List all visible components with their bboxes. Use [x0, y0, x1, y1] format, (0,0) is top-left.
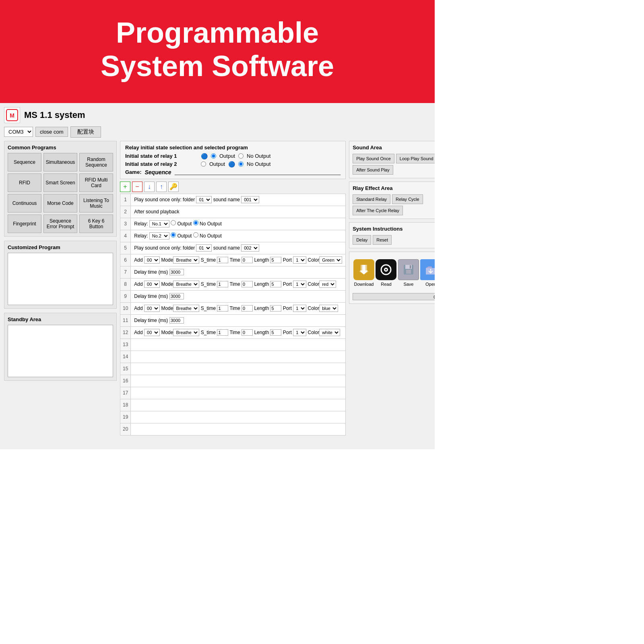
- relay-num-select-4[interactable]: No.2: [149, 232, 169, 239]
- mode-select-12[interactable]: Breathe: [173, 329, 199, 336]
- right-panel: Sound Area Play Sound Once Loop Play Sou…: [349, 141, 435, 436]
- btn-listening-to-music[interactable]: Listening To Music: [79, 194, 113, 213]
- length-input-8[interactable]: [270, 281, 281, 287]
- port-select-10[interactable]: 1: [293, 305, 306, 312]
- relay2-no-output-radio[interactable]: [238, 161, 244, 167]
- app-container: M MS 1.1 system COM3 close com 配置块 Commo…: [0, 103, 435, 449]
- relay1-output-radio[interactable]: [211, 153, 216, 159]
- time-input-6[interactable]: [242, 257, 253, 263]
- relay2-output-radio[interactable]: [201, 161, 206, 167]
- customized-program-title: Customized Program: [8, 244, 113, 250]
- move-up-button[interactable]: ↑: [156, 182, 167, 192]
- table-row: 20: [120, 423, 346, 435]
- relay-num-select-3[interactable]: No.1: [149, 220, 169, 227]
- btn-sequence[interactable]: Sequence: [8, 153, 41, 171]
- port-select-12[interactable]: 1: [293, 329, 306, 336]
- color-select-6[interactable]: Green: [319, 256, 342, 264]
- relay1-no-output-radio[interactable]: [238, 153, 244, 159]
- add-select-10[interactable]: 00: [144, 305, 160, 312]
- length-input-10[interactable]: [270, 305, 281, 312]
- row-content: [131, 351, 346, 363]
- app-header: M MS 1.1 system: [4, 107, 431, 123]
- save-action[interactable]: Save: [398, 259, 419, 287]
- btn-random-sequence[interactable]: Random Sequence: [79, 153, 113, 171]
- close-com-button[interactable]: close com: [35, 127, 68, 137]
- key-button[interactable]: 🔑: [168, 182, 179, 192]
- btn-smart-screen[interactable]: Smart Screen: [43, 173, 77, 192]
- time-input-12[interactable]: [242, 329, 253, 336]
- stime-input-8[interactable]: [217, 281, 228, 287]
- delay-input-9[interactable]: [169, 293, 184, 299]
- relay4-output-radio[interactable]: [171, 232, 176, 237]
- svg-text:M: M: [10, 112, 14, 119]
- port-select-8[interactable]: 1: [293, 281, 306, 288]
- btn-fingerprint[interactable]: Fingerprint: [8, 215, 41, 233]
- delay-input-11[interactable]: [169, 317, 184, 324]
- open-icon: [420, 259, 435, 280]
- btn-morse-code[interactable]: Morse Code: [43, 194, 77, 213]
- common-programs-title: Common Programs: [8, 144, 113, 151]
- time-input-8[interactable]: [242, 281, 253, 287]
- port-select-6[interactable]: 1: [293, 256, 306, 264]
- length-input-6[interactable]: [270, 257, 281, 263]
- relay3-output-radio[interactable]: [171, 220, 176, 225]
- btn-simultaneous[interactable]: Simultaneous: [43, 153, 77, 171]
- after-cycle-relay-button[interactable]: After The Cycle Relay: [353, 206, 403, 215]
- relay-selection-title: Relay initial state selection and select…: [125, 144, 341, 151]
- table-row: 10 Add 00 ModeBreathe S_time Time Length…: [120, 302, 346, 314]
- folder-select-5[interactable]: 01: [196, 244, 212, 252]
- delay-button[interactable]: Delay: [353, 235, 371, 245]
- add-row-button[interactable]: +: [120, 182, 130, 192]
- open-label: Open: [425, 282, 435, 287]
- after-sound-play-button[interactable]: After Sound Play: [353, 165, 393, 175]
- reset-button[interactable]: Reset: [373, 235, 392, 245]
- save-icon: [398, 259, 419, 280]
- time-input-10[interactable]: [242, 305, 253, 312]
- delay-input-7[interactable]: [169, 269, 184, 275]
- sound-select-1[interactable]: 001: [241, 196, 259, 203]
- add-select-12[interactable]: 00: [144, 329, 160, 336]
- relay3-no-output-radio[interactable]: [193, 220, 198, 225]
- relay4-no-output-radio[interactable]: [193, 232, 198, 237]
- stime-input-12[interactable]: [217, 329, 228, 336]
- btn-sequence-error-prompt[interactable]: Sequence Error Prompt: [43, 215, 77, 233]
- read-action[interactable]: Read: [376, 259, 396, 287]
- mode-select-10[interactable]: Breathe: [173, 305, 199, 312]
- add-select-8[interactable]: 00: [144, 281, 160, 288]
- download-action[interactable]: Download: [353, 259, 374, 287]
- config-button[interactable]: 配置块: [70, 126, 101, 138]
- add-select-6[interactable]: 00: [144, 256, 160, 264]
- row-number: 5: [120, 242, 131, 254]
- move-down-button[interactable]: ↓: [144, 182, 155, 192]
- loop-play-sound-button[interactable]: Loop Play Sound: [396, 154, 435, 163]
- stime-input-6[interactable]: [217, 257, 228, 263]
- stime-input-10[interactable]: [217, 305, 228, 312]
- color-select-12[interactable]: white: [319, 329, 340, 336]
- color-select-8[interactable]: red: [319, 281, 336, 288]
- com-port-select[interactable]: COM3: [4, 127, 33, 137]
- customized-program-area: [8, 253, 113, 305]
- btn-rfid-multi-card[interactable]: RFID Multi Card: [79, 173, 113, 192]
- action-icons-section: Download Read: [349, 252, 435, 304]
- btn-continuous[interactable]: Continuous: [8, 194, 41, 213]
- app-logo: M: [4, 107, 20, 123]
- row-number: 7: [120, 266, 131, 278]
- table-row: 1 Play sound once only: folder 01 sound …: [120, 194, 346, 206]
- folder-select-1[interactable]: 01: [196, 196, 212, 203]
- play-sound-once-button[interactable]: Play Sound Once: [353, 154, 394, 163]
- remove-row-button[interactable]: −: [132, 182, 142, 192]
- mode-select-6[interactable]: Breathe: [173, 256, 199, 264]
- color-select-10[interactable]: blue: [319, 305, 338, 312]
- relay-cycle-button[interactable]: Relay Cycle: [392, 194, 423, 204]
- open-action[interactable]: Open: [420, 259, 435, 287]
- btn-6key-6button[interactable]: 6 Key 6 Button: [79, 215, 113, 233]
- length-input-12[interactable]: [270, 329, 281, 336]
- standard-relay-button[interactable]: Standard Relay: [353, 194, 390, 204]
- relay2-row: Initial state of relay 2 Output 🔵 No Out…: [125, 161, 341, 167]
- standby-area-section: Standby Area: [4, 313, 117, 381]
- btn-rfid[interactable]: RFID: [8, 173, 41, 192]
- mode-select-8[interactable]: Breathe: [173, 281, 199, 288]
- sound-select-5[interactable]: 002: [241, 244, 259, 252]
- relay1-output-label: Output: [219, 153, 235, 159]
- standby-area-title: Standby Area: [8, 316, 113, 322]
